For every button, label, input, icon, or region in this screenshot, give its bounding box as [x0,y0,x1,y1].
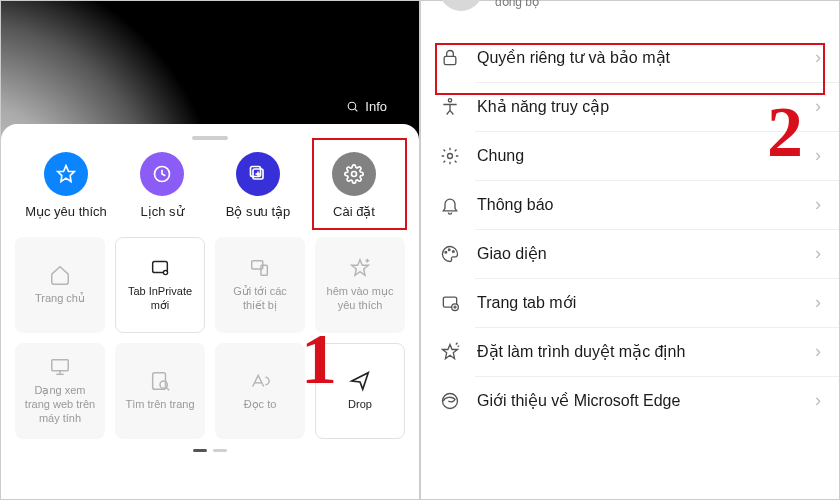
row-about-edge-label: Giới thiệu về Microsoft Edge [477,391,799,410]
chevron-right-icon: › [815,341,821,362]
chevron-right-icon: › [815,96,821,117]
row-privacy-label: Quyền riêng tư và bảo mật [477,48,799,67]
svg-point-28 [445,251,447,253]
inprivate-tile[interactable]: Tab InPrivate mới [115,237,205,333]
edge-icon [439,391,461,411]
gear-icon [332,152,376,196]
row-notifications-label: Thông báo [477,196,799,214]
row-about-edge[interactable]: Giới thiệu về Microsoft Edge › [421,376,839,425]
svg-rect-5 [251,167,261,177]
svg-line-36 [456,342,458,344]
inprivate-label: Tab InPrivate mới [122,285,198,313]
add-favorite-tile[interactable]: hêm vào mục yêu thích [315,237,405,333]
chevron-right-icon: › [815,292,821,313]
find-label: Tìm trên trang [125,398,194,412]
chevron-right-icon: › [815,47,821,68]
palette-icon [439,244,461,264]
history-label: Lịch sử [140,204,183,219]
sync-label: đồng bộ [495,0,539,9]
collections-label: Bộ sưu tập [226,204,290,219]
chevron-right-icon: › [815,390,821,411]
read-aloud-label: Đọc to [244,398,277,412]
inprivate-icon [149,257,171,279]
settings-list: Quyền riêng tư và bảo mật › Khả năng tru… [421,33,839,425]
row-accessibility-label: Khả năng truy cập [477,97,799,116]
chevron-right-icon: › [815,243,821,264]
page-indicator [15,449,405,452]
svg-rect-25 [444,56,456,64]
row-privacy[interactable]: Quyền riêng tư và bảo mật › [421,33,839,82]
favorites-button[interactable]: Mục yêu thích [21,152,111,219]
star-shine-icon [439,342,461,362]
send-devices-label: Gửi tới các thiết bị [221,285,299,313]
send-devices-icon [249,257,271,279]
svg-point-26 [448,98,451,101]
settings-button[interactable]: Cài đặt [309,152,399,219]
page-dot [213,449,227,452]
star-icon [44,152,88,196]
action-grid: Trang chủ Tab InPrivate mới Gửi tới các … [15,237,405,439]
row-appearance-label: Giao diện [477,244,799,263]
info-label: Info [365,99,387,114]
svg-point-27 [448,153,453,158]
right-panel: đồng bộ Quyền riêng tư và bảo mật › Khả … [420,0,840,500]
svg-line-23 [166,388,169,391]
svg-point-8 [352,172,357,177]
home-icon [49,264,71,286]
read-aloud-icon [249,370,271,392]
svg-marker-15 [352,260,369,276]
settings-label: Cài đặt [333,204,375,219]
row-general-label: Chung [477,147,799,165]
desktop-icon [49,356,71,378]
find-tile[interactable]: Tìm trên trang [115,343,205,439]
info-pill[interactable]: Info [334,95,399,118]
row-newtab-label: Trang tab mới [477,293,799,312]
newtab-icon [439,293,461,313]
desktop-view-label: Dạng xem trang web trên máy tính [21,384,99,425]
clock-icon [140,152,184,196]
accessibility-icon [439,97,461,117]
add-favorite-label: hêm vào mục yêu thích [321,285,399,313]
drop-icon [349,370,371,392]
account-sync-row[interactable]: đồng bộ [421,1,839,33]
row-general[interactable]: Chung › [421,131,839,180]
left-panel: Info Mục yêu thích Lịch sử Bộ sưu tậ [0,0,420,500]
svg-rect-18 [52,360,69,371]
sheet-grabber[interactable] [192,136,228,140]
collections-icon [236,152,280,196]
star-plus-icon [349,257,371,279]
collections-button[interactable]: Bộ sưu tập [213,152,303,219]
svg-marker-2 [58,166,75,182]
send-devices-tile[interactable]: Gửi tới các thiết bị [215,237,305,333]
history-button[interactable]: Lịch sử [117,152,207,219]
row-notifications[interactable]: Thông báo › [421,180,839,229]
drop-label: Drop [348,398,372,412]
svg-point-38 [443,393,458,408]
row-appearance[interactable]: Giao diện › [421,229,839,278]
search-icon [346,100,359,113]
svg-point-29 [448,249,450,251]
row-default-browser[interactable]: Đặt làm trình duyệt mặc định › [421,327,839,376]
find-icon [149,370,171,392]
drop-tile[interactable]: Drop [315,343,405,439]
row-accessibility[interactable]: Khả năng truy cập › [421,82,839,131]
favorites-label: Mục yêu thích [25,204,107,219]
gear-icon [439,146,461,166]
row-default-browser-label: Đặt làm trình duyệt mặc định [477,342,799,361]
desktop-view-tile[interactable]: Dạng xem trang web trên máy tính [15,343,105,439]
home-tile[interactable]: Trang chủ [15,237,105,333]
svg-line-1 [355,109,358,112]
svg-marker-35 [443,344,458,358]
bell-icon [439,195,461,215]
chevron-right-icon: › [815,194,821,215]
home-label: Trang chủ [35,292,85,306]
svg-point-0 [348,102,356,110]
svg-rect-14 [261,266,267,276]
chevron-right-icon: › [815,145,821,166]
row-newtab[interactable]: Trang tab mới › [421,278,839,327]
avatar [439,0,483,11]
quick-actions-row: Mục yêu thích Lịch sử Bộ sưu tập Cài đặt [15,152,405,219]
page-dot-active [193,449,207,452]
read-aloud-tile[interactable]: Đọc to [215,343,305,439]
svg-point-30 [453,250,455,252]
